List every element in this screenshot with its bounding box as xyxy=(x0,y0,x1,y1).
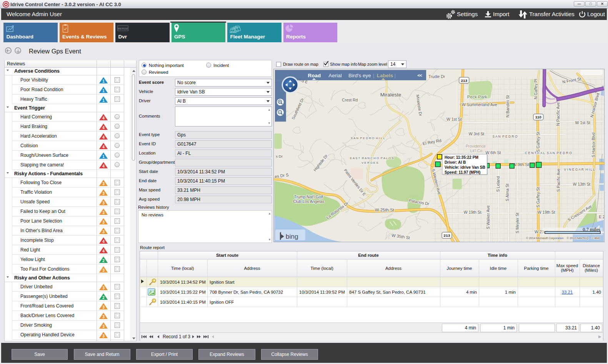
svg-text:W 6th St: W 6th St xyxy=(485,151,501,155)
svg-text:4: 4 xyxy=(102,249,105,253)
svg-text:Crest Rd: Crest Rd xyxy=(342,98,358,102)
svg-text:W Summerland Ave: W Summerland Ave xyxy=(462,103,497,107)
svg-text:Trump Nat'l Golf: Trump Nat'l Golf xyxy=(294,195,323,199)
svg-text:S A N P E D R O H I L L: S A N P E D R O H I L L xyxy=(351,136,385,140)
svg-text:3: 3 xyxy=(102,191,105,196)
svg-text:4: 4 xyxy=(102,145,105,149)
svg-text:2: 2 xyxy=(102,296,105,300)
svg-text:3: 3 xyxy=(102,182,105,186)
svg-text:W 13th St: W 13th St xyxy=(573,182,590,186)
svg-text:MERGE: MERGE xyxy=(118,27,128,30)
svg-text:N Bandini St: N Bandini St xyxy=(506,95,510,117)
svg-text:N Gaffey Pl: N Gaffey Pl xyxy=(534,79,538,99)
svg-text:1: 1 xyxy=(102,79,105,83)
svg-text:S Gaffey St: S Gaffey St xyxy=(536,187,540,208)
svg-text:Peck Park: Peck Park xyxy=(467,95,487,99)
svg-text:|: | xyxy=(395,73,396,78)
svg-text:1: 1 xyxy=(102,89,105,93)
svg-text:W 19th St: W 19th St xyxy=(464,210,481,214)
svg-text:W 19th St: W 19th St xyxy=(538,210,555,214)
svg-text:1: 1 xyxy=(102,155,105,159)
svg-text:Speed: 11.97 (MPH): Speed: 11.97 (MPH) xyxy=(445,170,481,175)
svg-text:3: 3 xyxy=(102,315,105,319)
svg-text:4: 4 xyxy=(102,126,105,130)
svg-text:V I N E G A R H I L L: V I N E G A R H I L L xyxy=(564,168,595,171)
svg-text:W 25th St: W 25th St xyxy=(375,208,395,212)
svg-text:Vehicle: idrive Van SB: Vehicle: idrive Van SB xyxy=(445,165,485,170)
svg-text:3: 3 xyxy=(102,334,105,338)
svg-text:E 22: E 22 xyxy=(599,215,605,219)
svg-text:S A N P E D R O: S A N P E D R O xyxy=(492,135,518,138)
svg-text:4: 4 xyxy=(102,239,105,244)
svg-text:3: 3 xyxy=(102,211,105,215)
svg-text:C E N T R A L S A N P E D R: C E N T R A L S A N P E D R O xyxy=(525,151,572,155)
svg-text:3: 3 xyxy=(102,220,105,224)
svg-text:© 2014 Microsoft Corporation: © 2014 Microsoft Corporation © 2010 NAVT… xyxy=(526,236,601,240)
svg-text:S Meyler St: S Meyler St xyxy=(515,213,520,233)
svg-text:3: 3 xyxy=(102,201,105,205)
svg-text:Miraleste: Miraleste xyxy=(380,92,401,98)
svg-text:|: | xyxy=(373,73,375,78)
svg-text:4: 4 xyxy=(102,164,105,168)
svg-text:Labels: Labels xyxy=(377,73,393,78)
svg-text:Road: Road xyxy=(308,73,321,78)
svg-text:3: 3 xyxy=(102,286,105,290)
svg-text:S Leland: S Leland xyxy=(496,176,500,192)
svg-text:S Gaffey St: S Gaffey St xyxy=(536,131,540,152)
svg-text:S Alma St: S Alma St xyxy=(505,184,510,201)
svg-text:S Pacific Ave: S Pacific Ave xyxy=(556,168,561,192)
svg-text:<<: << xyxy=(417,73,422,78)
svg-text:Providence: Providence xyxy=(466,144,486,148)
svg-text:W 1st St: W 1st St xyxy=(575,121,590,125)
svg-text:V E R D E S: V E R D E S xyxy=(361,161,378,165)
svg-text:3: 3 xyxy=(102,305,105,309)
svg-text:Bird's eye: Bird's eye xyxy=(348,73,371,78)
svg-text:S Walker Ave: S Walker Ave xyxy=(486,205,490,229)
svg-text:Aerial: Aerial xyxy=(328,73,341,78)
svg-text:1: 1 xyxy=(102,98,105,103)
svg-text:W 3rd St: W 3rd St xyxy=(469,132,485,136)
svg-text:s Dr: s Dr xyxy=(276,154,283,158)
svg-text:3: 3 xyxy=(102,230,105,234)
svg-text:213: 213 xyxy=(444,233,450,238)
svg-text:3: 3 xyxy=(102,268,105,273)
svg-text:S Harbor Blvd: S Harbor Blvd xyxy=(591,132,596,157)
svg-text:bing: bing xyxy=(286,233,298,240)
svg-text:Lit'l Co: Lit'l Co xyxy=(470,149,483,153)
svg-text:Trudie Dr: Trudie Dr xyxy=(428,75,445,79)
svg-text:110: 110 xyxy=(535,115,542,119)
svg-text:W 1st St: W 1st St xyxy=(446,117,462,121)
svg-text:3: 3 xyxy=(102,324,105,329)
svg-text:E A S T R A N C H O P A L O: E A S T R A N C H O P A L O S xyxy=(350,156,394,160)
svg-text:213: 213 xyxy=(461,78,467,83)
svg-text:Hour: 11:35:22 PM: Hour: 11:35:22 PM xyxy=(445,155,478,160)
svg-text:4: 4 xyxy=(102,135,105,140)
svg-text:4: 4 xyxy=(102,116,105,120)
svg-text:Club-Los Angelas: Club-Los Angelas xyxy=(293,199,325,204)
svg-text:Driver: Al B: Driver: Al B xyxy=(445,160,466,165)
svg-text:W 9th St: W 9th St xyxy=(512,162,530,167)
svg-text:N Pacific Ave: N Pacific Ave xyxy=(556,102,560,126)
svg-text:2: 2 xyxy=(102,259,105,263)
